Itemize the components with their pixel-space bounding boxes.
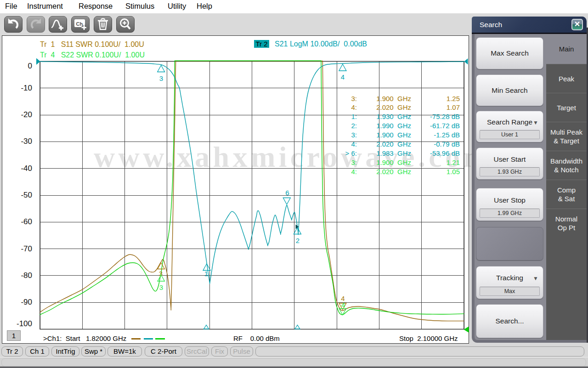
svg-text:6: 6 xyxy=(285,189,289,197)
svg-text:1: 1 xyxy=(204,270,208,277)
svg-text:4: 4 xyxy=(341,73,345,81)
svg-text:2: 2 xyxy=(296,237,300,244)
svg-text:3: 3 xyxy=(159,283,163,291)
svg-text:3: 3 xyxy=(159,74,163,82)
svg-text:4: 4 xyxy=(341,301,345,309)
